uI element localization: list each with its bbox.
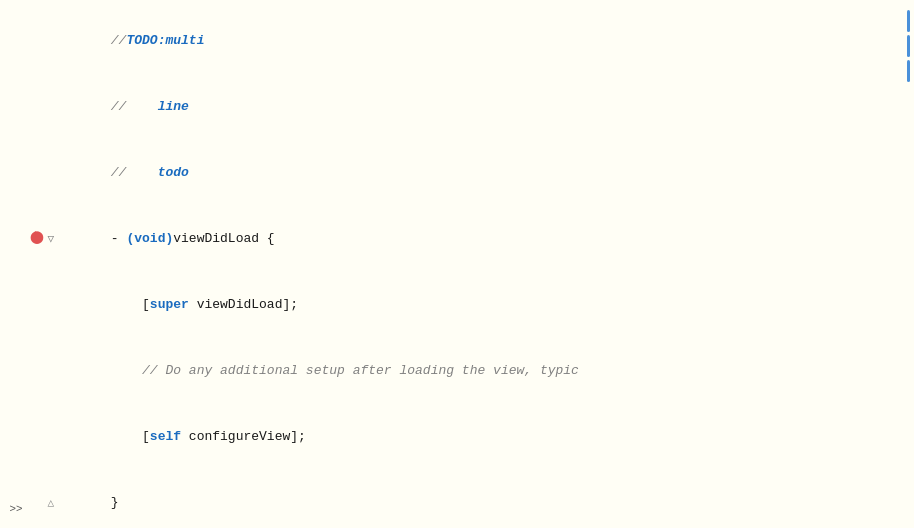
scroll-line-2 bbox=[907, 35, 910, 57]
closing-brace: } bbox=[111, 495, 119, 510]
dash: - bbox=[111, 231, 127, 246]
scroll-line-3 bbox=[907, 60, 910, 82]
viewdidload-call: viewDidLoad]; bbox=[189, 297, 298, 312]
code-line-8: △ } bbox=[0, 470, 914, 528]
bracket-self-open: [ bbox=[111, 429, 150, 444]
code-content-3: // todo bbox=[60, 140, 914, 206]
scroll-line-1 bbox=[907, 10, 910, 32]
type-void: (void) bbox=[126, 231, 173, 246]
comment-3: // bbox=[111, 165, 142, 180]
code-line-6: // Do any additional setup after loading… bbox=[0, 338, 914, 404]
fold-arrow-4[interactable]: ▽ bbox=[47, 228, 54, 250]
code-line-7: [self configureView]; bbox=[0, 404, 914, 470]
bracket-open: [ bbox=[111, 297, 150, 312]
method-name: viewDidLoad { bbox=[173, 231, 274, 246]
code-content-7: [self configureView]; bbox=[60, 404, 914, 470]
code-line-5: [super viewDidLoad]; bbox=[0, 272, 914, 338]
code-content-8: } bbox=[60, 470, 914, 528]
fold-arrow-8[interactable]: △ bbox=[47, 492, 54, 514]
todo-line: line bbox=[142, 99, 189, 114]
code-line-1: //TODO:multi bbox=[0, 8, 914, 74]
todo-suffix: :multi bbox=[158, 33, 205, 48]
code-editor: //TODO:multi // line // todo ⬤↑ ▽ - (voi… bbox=[0, 0, 914, 528]
code-content-4: - (void)viewDidLoad { bbox=[60, 206, 914, 272]
comment-2: // bbox=[111, 99, 142, 114]
code-line-4: ⬤↑ ▽ - (void)viewDidLoad { bbox=[0, 206, 914, 272]
todo-keyword: TODO bbox=[126, 33, 157, 48]
gutter-4: ⬤↑ ▽ bbox=[0, 228, 60, 250]
breakpoint-indicator: ⬤↑ bbox=[30, 228, 43, 250]
code-content-6: // Do any additional setup after loading… bbox=[60, 338, 914, 404]
super-kw: super bbox=[150, 297, 189, 312]
scrollbar-indicator bbox=[907, 10, 910, 82]
code-content-2: // line bbox=[60, 74, 914, 140]
code-content-5: [super viewDidLoad]; bbox=[60, 272, 914, 338]
configure-call: configureView]; bbox=[181, 429, 306, 444]
code-content-1: //TODO:multi bbox=[60, 8, 914, 74]
code-line-2: // line bbox=[0, 74, 914, 140]
comment-prefix: // bbox=[111, 33, 127, 48]
comment-setup: // Do any additional setup after loading… bbox=[111, 363, 579, 378]
todo-word: todo bbox=[142, 165, 189, 180]
self-kw: self bbox=[150, 429, 181, 444]
code-line-3: // todo bbox=[0, 140, 914, 206]
